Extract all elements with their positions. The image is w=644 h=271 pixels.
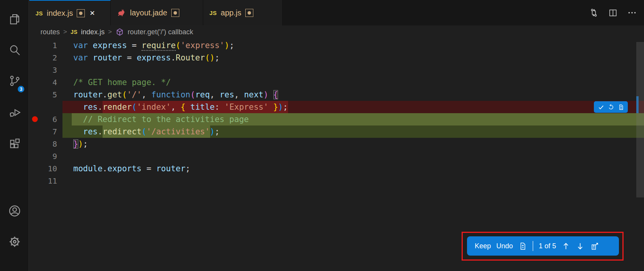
line-number[interactable]: 11 xyxy=(29,175,57,187)
code-content[interactable]: // Redirect to the activities page xyxy=(62,113,644,125)
breadcrumb-file[interactable]: index.js xyxy=(81,28,105,36)
sidebar-item-extensions[interactable] xyxy=(0,133,29,155)
code-content[interactable]: var router = express.Router(); xyxy=(62,52,644,64)
sidebar-item-settings[interactable] xyxy=(0,231,29,253)
js-icon: JS xyxy=(35,10,43,17)
code-content[interactable] xyxy=(62,150,644,162)
run-debug-icon xyxy=(8,106,21,119)
edit-counter: 1 of 5 xyxy=(539,242,556,250)
sidebar-item-accounts[interactable] xyxy=(0,200,29,222)
js-icon: JS xyxy=(71,29,78,35)
code-content[interactable]: res.redirect('/activities'); xyxy=(62,125,644,138)
sidebar-item-explorer[interactable] xyxy=(0,8,29,30)
breadcrumb-symbol[interactable]: router.get('/') callback xyxy=(128,28,193,36)
symbol-method-icon xyxy=(115,28,124,37)
line-number[interactable]: 8 xyxy=(29,138,57,150)
gear-icon xyxy=(8,235,22,249)
scrollbar-slider[interactable] xyxy=(636,42,644,197)
code-content[interactable] xyxy=(62,175,644,187)
code-line: 3 xyxy=(29,64,644,76)
modified-indicator-icon[interactable] xyxy=(171,9,179,17)
chevron-right-icon: > xyxy=(108,28,112,36)
tab-index-js[interactable]: JS index.js ✕ xyxy=(29,0,111,25)
breadcrumb-folder[interactable]: routes xyxy=(40,28,60,36)
more-actions-icon[interactable] xyxy=(627,8,637,18)
code-content[interactable]: router.get('/', function(req, res, next)… xyxy=(62,89,644,101)
overview-ruler-modified-marker xyxy=(636,96,639,113)
next-edit-arrow-down-icon[interactable] xyxy=(576,242,585,251)
sidebar-item-source-control[interactable]: 3 xyxy=(0,70,29,92)
copilot-edits-bar: Keep Undo 1 of 5 xyxy=(467,236,619,256)
compare-changes-icon[interactable] xyxy=(589,8,599,18)
chevron-right-icon: > xyxy=(63,28,67,36)
undo-button[interactable]: Undo xyxy=(496,242,513,250)
code-line: 4/* GET home page. */ xyxy=(29,76,644,89)
code-line: 2var router = express.Router(); xyxy=(29,52,644,64)
code-content[interactable]: res.render('index', { title: 'Express' }… xyxy=(62,101,644,113)
diff-file-icon[interactable] xyxy=(618,104,624,110)
code-editor: 1var express = require('express');2var r… xyxy=(29,39,644,187)
sidebar-item-search[interactable] xyxy=(0,39,29,61)
code-line: 9 xyxy=(29,150,644,162)
editor-actions xyxy=(589,0,637,25)
line-number[interactable]: 2 xyxy=(29,52,57,64)
line-number[interactable]: 9 xyxy=(29,150,57,162)
breakpoint-dot[interactable] xyxy=(32,116,38,122)
undo-icon[interactable] xyxy=(608,104,614,110)
previous-edit-arrow-up-icon[interactable] xyxy=(561,242,570,251)
diff-file-icon[interactable] xyxy=(518,242,527,251)
code-line: 6 // Redirect to the activities page xyxy=(29,113,644,125)
line-number[interactable]: 5 xyxy=(29,89,57,101)
extensions-icon xyxy=(8,137,21,151)
code-line: 8}); xyxy=(29,138,644,150)
code-line: 5router.get('/', function(req, res, next… xyxy=(29,89,644,101)
code-line: 10module.exports = router; xyxy=(29,162,644,175)
close-icon[interactable]: ✕ xyxy=(89,9,95,17)
source-control-badge: 3 xyxy=(17,85,25,93)
line-number[interactable]: 1 xyxy=(29,39,57,52)
modified-indicator-icon[interactable] xyxy=(77,9,85,17)
split-editor-icon[interactable] xyxy=(608,8,618,18)
jade-icon xyxy=(117,8,126,17)
code-content[interactable]: }); xyxy=(62,138,644,150)
account-icon xyxy=(8,204,22,218)
sidebar-item-run-debug[interactable] xyxy=(0,102,29,123)
search-icon xyxy=(8,43,21,57)
tab-label: app.js xyxy=(221,8,241,17)
code-content[interactable] xyxy=(62,64,644,76)
check-icon[interactable] xyxy=(598,104,604,110)
breadcrumb: routes > JS index.js > router.get('/') c… xyxy=(40,25,193,38)
code-line: res.render('index', { title: 'Express' }… xyxy=(29,101,644,113)
line-number[interactable]: 4 xyxy=(29,76,57,89)
modified-indicator-icon[interactable] xyxy=(245,9,253,17)
line-number[interactable] xyxy=(29,101,57,113)
files-icon xyxy=(8,13,21,26)
code-line: 1var express = require('express'); xyxy=(29,39,644,52)
tab-layout-jade[interactable]: layout.jade xyxy=(111,0,203,25)
code-content[interactable]: module.exports = router; xyxy=(62,162,644,175)
view-all-edits-icon[interactable] xyxy=(590,242,599,251)
activity-bar: 3 xyxy=(0,0,29,271)
code-content[interactable]: var express = require('express'); xyxy=(62,39,644,52)
line-number[interactable]: 7 xyxy=(29,125,57,138)
separator xyxy=(533,241,533,251)
tab-label: layout.jade xyxy=(130,8,167,17)
tab-app-js[interactable]: JS app.js xyxy=(203,0,283,25)
code-content[interactable]: /* GET home page. */ xyxy=(62,76,644,89)
line-number[interactable]: 10 xyxy=(29,162,57,175)
inline-diff-toolbar xyxy=(594,101,628,113)
code-line: 11 xyxy=(29,175,644,187)
line-number[interactable]: 3 xyxy=(29,64,57,76)
js-icon: JS xyxy=(209,10,217,16)
tab-label: index.js xyxy=(47,9,73,18)
tab-bar: JS index.js ✕ layout.jade JS app.js xyxy=(29,0,644,25)
keep-button[interactable]: Keep xyxy=(475,242,491,250)
code-line: 7 res.redirect('/activities'); xyxy=(29,125,644,138)
